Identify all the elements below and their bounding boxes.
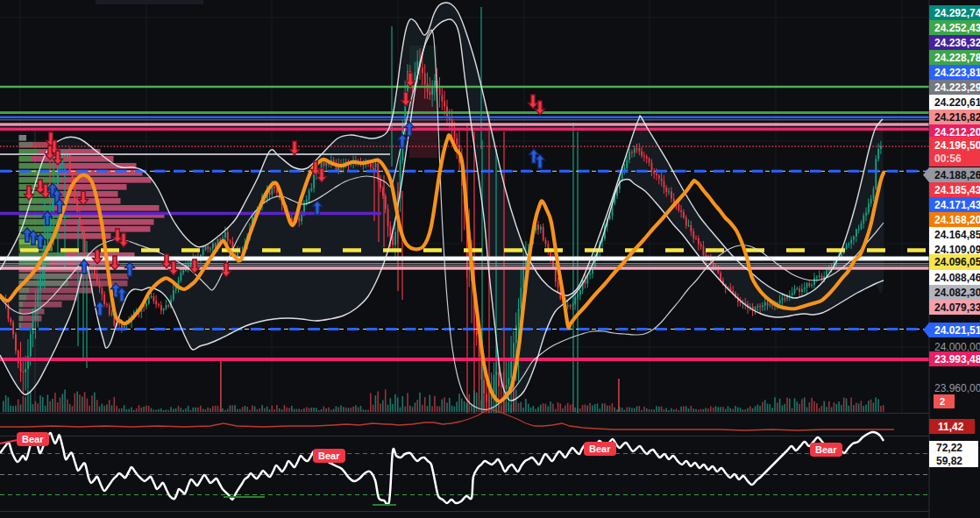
svg-text:24.212,20: 24.212,20 xyxy=(934,126,980,138)
svg-text:24.000,00: 24.000,00 xyxy=(934,341,980,353)
svg-text:23.960,00: 23.960,00 xyxy=(934,382,980,394)
svg-text:24.236,32: 24.236,32 xyxy=(934,37,980,49)
svg-text:24.228,78: 24.228,78 xyxy=(934,52,980,64)
svg-text:23.993,48: 23.993,48 xyxy=(934,353,980,365)
svg-text:72,22: 72,22 xyxy=(936,442,962,454)
svg-text:Bear: Bear xyxy=(589,443,611,454)
svg-text:24.096,05: 24.096,05 xyxy=(934,256,980,268)
svg-text:24.088,46: 24.088,46 xyxy=(934,272,980,284)
svg-text:24.021,51: 24.021,51 xyxy=(934,324,980,337)
svg-text:24.223,29: 24.223,29 xyxy=(934,82,980,94)
svg-text:24.216,82: 24.216,82 xyxy=(934,111,980,124)
svg-text:24.188,26: 24.188,26 xyxy=(934,169,980,181)
svg-text:Bear: Bear xyxy=(318,451,340,461)
svg-text:Bear: Bear xyxy=(22,434,44,444)
svg-text:24.109,09: 24.109,09 xyxy=(934,244,980,256)
svg-text:00:56: 00:56 xyxy=(934,153,962,165)
svg-text:24.171,43: 24.171,43 xyxy=(934,199,980,211)
svg-text:24.223,81: 24.223,81 xyxy=(934,67,980,79)
svg-text:2: 2 xyxy=(940,396,945,407)
svg-text:11,42: 11,42 xyxy=(938,421,964,433)
svg-text:24.079,33: 24.079,33 xyxy=(934,302,980,314)
svg-text:24.220,61: 24.220,61 xyxy=(934,96,980,109)
svg-text:59,82: 59,82 xyxy=(936,455,962,467)
svg-text:24.185,43: 24.185,43 xyxy=(934,184,980,196)
svg-text:24.082,30: 24.082,30 xyxy=(934,287,980,299)
svg-text:24.196,50: 24.196,50 xyxy=(934,139,980,152)
svg-text:24.252,43: 24.252,43 xyxy=(934,22,980,34)
svg-text:24.292,74: 24.292,74 xyxy=(934,7,980,19)
svg-text:24.164,85: 24.164,85 xyxy=(934,229,980,241)
svg-text:Bear: Bear xyxy=(815,444,837,455)
svg-text:24.168,20: 24.168,20 xyxy=(934,214,980,226)
